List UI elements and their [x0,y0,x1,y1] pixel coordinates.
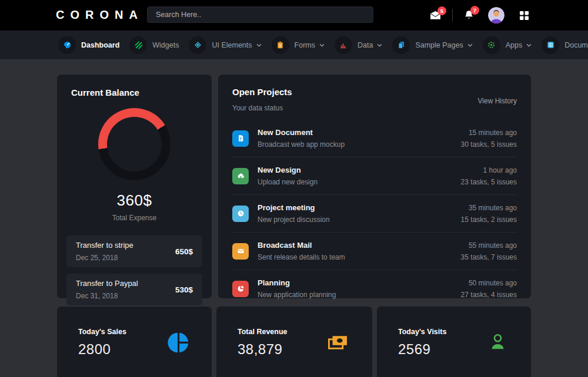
project-time: 55 minutes ago [461,241,517,250]
current-balance-card: Current Balance 360$ Total Expense Trans… [57,75,212,298]
project-title: New Design [258,166,318,174]
cash-icon [326,332,350,377]
apps-grid-button[interactable] [520,11,529,20]
pie-chart-icon [168,332,189,377]
chevron-down-icon [526,43,532,47]
project-title: New Document [258,128,345,137]
stat-value: 2800 [78,341,126,358]
project-meta: 35 tasks, 7 issues [461,253,517,261]
project-row: Broadcast Mail Sent release details to t… [232,233,517,270]
nav-item-apps[interactable]: Apps [480,36,534,54]
document-icon [232,130,249,147]
transfer-amount: 650$ [175,247,193,256]
main-nav: Dashboard Widgets UI Elements Forms Data… [0,31,588,59]
balance-donut-chart [98,108,171,180]
project-meta: 23 tasks, 5 issues [461,178,517,186]
total-revenue-card: Total Revenue 38,879 [216,307,372,377]
stat-label: Today's Visits [398,328,446,336]
nav-label: Dashboard [81,41,119,49]
project-row: New Document Broadcast web app mockup 15… [232,120,517,157]
transfer-title: Transfer to Paypal [76,279,138,288]
grid-icon [520,11,529,20]
mail-button[interactable]: 5 [430,11,441,20]
projects-list: New Document Broadcast web app mockup 15… [232,120,517,307]
nav-label: Apps [506,41,523,49]
topbar-actions: 5 7 [430,0,529,31]
total-expense-amount: 360$ [66,191,202,210]
chevron-down-icon [467,43,473,47]
todays-visits-card: Today's Visits 2569 [377,307,531,377]
search-input[interactable] [147,6,373,23]
open-projects-card: Open Projects Your data status View Hist… [218,75,531,298]
person-icon [487,332,509,377]
nav-label: Widgets [152,41,179,49]
pie-chart-icon [232,281,249,297]
mail-badge: 5 [437,6,446,15]
project-time: 15 minutes ago [461,129,517,137]
bell-badge: 7 [470,6,479,15]
widgets-icon [129,36,147,54]
projects-card-title: Open Projects [232,87,292,97]
gear-icon [483,36,500,54]
cloud-upload-icon [232,168,249,184]
chevron-down-icon [377,43,382,47]
project-subtitle: Upload new design [258,178,318,186]
stat-label: Today's Sales [78,328,126,336]
nav-item-documentation[interactable]: Documentation [539,36,588,54]
project-meta: 27 tasks, 4 issues [461,291,517,299]
transfers-list: Transfer to stripe Dec 25, 2018 650$ Tra… [66,235,202,305]
projects-card-subtitle: Your data status [232,104,292,112]
view-history-link[interactable]: View History [478,97,517,105]
transfer-row: Transfer to Paypal Dec 31, 2018 530$ [66,274,202,305]
pages-icon [392,36,410,54]
project-title: Planning [258,278,336,287]
project-row: New Design Upload new design 1 hour ago … [232,157,517,195]
clipboard-icon [272,36,289,54]
project-title: Project meeting [258,203,330,212]
chevron-down-icon [256,43,262,47]
book-icon [542,36,559,54]
topbar-divider [452,9,453,22]
notifications-button[interactable]: 7 [464,10,474,21]
bar-chart-icon [335,36,352,54]
user-avatar[interactable] [488,7,505,23]
nav-item-sample-pages[interactable]: Sample Pages [390,36,475,54]
project-time: 50 minutes ago [461,279,517,287]
nav-item-forms[interactable]: Forms [269,36,327,54]
project-subtitle: New application planning [258,291,336,299]
nav-label: Sample Pages [415,41,463,49]
project-subtitle: Sent release details to team [258,253,345,261]
nav-label: Data [358,41,373,49]
project-title: Broadcast Mail [258,241,345,250]
project-time: 1 hour ago [461,166,517,174]
balance-card-title: Current Balance [71,87,202,97]
speedometer-icon [58,36,76,54]
transfer-date: Dec 25, 2018 [76,254,133,262]
project-subtitle: Broadcast web app mockup [258,140,345,149]
clock-icon [232,206,249,222]
nav-item-data[interactable]: Data [332,36,385,54]
stat-label: Total Revenue [238,328,288,336]
nav-item-dashboard[interactable]: Dashboard [56,36,122,54]
total-expense-label: Total Expense [66,214,202,222]
nav-label: Forms [295,41,315,49]
envelope-icon [232,243,249,260]
nav-item-ui-elements[interactable]: UI Elements [186,36,263,54]
nav-label: UI Elements [212,41,252,49]
transfer-date: Dec 31, 2018 [76,292,138,300]
transfer-row: Transfer to stripe Dec 25, 2018 650$ [66,235,202,267]
transfer-amount: 530$ [175,285,193,294]
project-row: Planning New application planning 50 min… [232,270,517,307]
nav-label: Documentation [564,41,588,49]
todays-sales-card: Today's Sales 2800 [57,307,212,377]
ui-elements-icon [189,36,206,54]
project-time: 35 minutes ago [461,204,517,212]
stat-value: 38,879 [238,341,288,358]
project-row: Project meeting New project discussion 3… [232,195,517,233]
project-meta: 15 tasks, 2 issues [461,216,517,224]
brand-logo[interactable]: CORONA [56,8,143,22]
stat-value: 2569 [398,341,446,358]
chevron-down-icon [319,43,325,47]
project-subtitle: New project discussion [258,216,330,224]
nav-item-widgets[interactable]: Widgets [127,36,181,54]
